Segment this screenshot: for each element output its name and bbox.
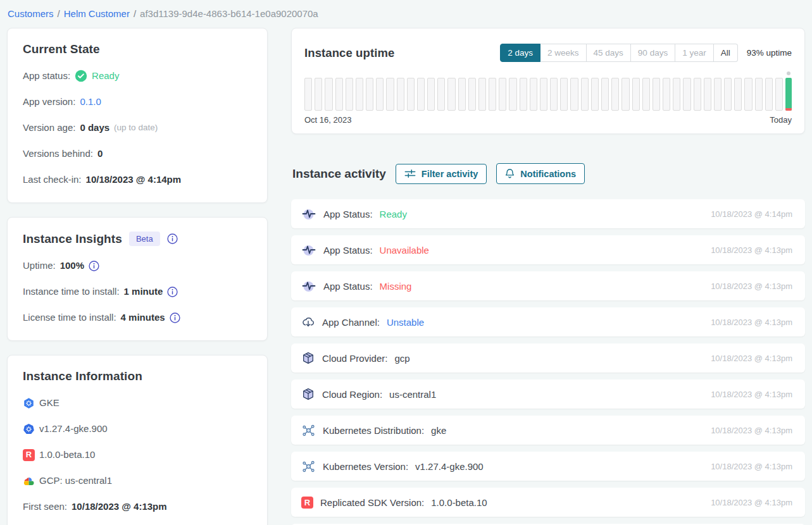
uptime-bar-no-data[interactable] bbox=[478, 78, 486, 111]
sdk-version-row: R 1.0.0-beta.10 bbox=[23, 448, 252, 461]
app-status-pulse-icon bbox=[301, 206, 316, 221]
uptime-bar-no-data[interactable] bbox=[346, 78, 353, 111]
current-state-card: Current State App status: Ready App vers… bbox=[7, 28, 268, 203]
uptime-bar-no-data[interactable] bbox=[458, 78, 466, 111]
filter-activity-button[interactable]: Filter activity bbox=[396, 164, 487, 184]
uptime-bar-no-data[interactable] bbox=[673, 78, 680, 111]
info-icon[interactable] bbox=[170, 312, 180, 323]
uptime-bar-no-data[interactable] bbox=[447, 78, 455, 111]
uptime-chart: Oct 16, 2023 Today bbox=[304, 71, 792, 125]
uptime-bar-no-data[interactable] bbox=[520, 78, 527, 111]
uptime-bar-no-data[interactable] bbox=[734, 78, 742, 111]
uptime-bar-no-data[interactable] bbox=[765, 78, 773, 111]
uptime-bar-no-data[interactable] bbox=[499, 78, 506, 111]
uptime-bar-no-data[interactable] bbox=[550, 78, 558, 111]
uptime-bar-no-data[interactable] bbox=[724, 78, 732, 111]
uptime-bar-no-data[interactable] bbox=[417, 78, 425, 111]
breadcrumb-link-customer[interactable]: Helm Customer bbox=[64, 8, 130, 19]
uptime-bar-no-data[interactable] bbox=[386, 78, 394, 111]
gke-row: GKE bbox=[23, 397, 252, 409]
uptime-bar-current[interactable] bbox=[785, 78, 792, 111]
uptime-bar-no-data[interactable] bbox=[304, 78, 312, 111]
instance-uptime-title: Instance uptime bbox=[304, 46, 394, 60]
uptime-bar-no-data[interactable] bbox=[775, 78, 783, 111]
uptime-bar-no-data[interactable] bbox=[632, 78, 640, 111]
uptime-bar-no-data[interactable] bbox=[335, 78, 343, 111]
uptime-bar-no-data[interactable] bbox=[570, 78, 578, 111]
range-button-45-days[interactable]: 45 days bbox=[587, 44, 631, 62]
chart-end-label: Today bbox=[770, 115, 792, 125]
uptime-bar-no-data[interactable] bbox=[755, 78, 763, 111]
range-button-90-days[interactable]: 90 days bbox=[631, 44, 675, 62]
cluster-distribution-value: GKE bbox=[39, 397, 59, 409]
uptime-bar-no-data[interactable] bbox=[397, 78, 404, 111]
info-icon[interactable] bbox=[167, 233, 178, 244]
replicated-icon: R bbox=[301, 497, 313, 509]
uptime-bar-no-data[interactable] bbox=[356, 78, 363, 111]
last-checkin-value: 10/18/2023 @ 4:14pm bbox=[86, 173, 182, 186]
uptime-bar-no-data[interactable] bbox=[540, 78, 547, 111]
instance-insights-title: Instance Insights bbox=[23, 232, 122, 246]
gke-icon bbox=[23, 397, 35, 409]
uptime-bar-no-data[interactable] bbox=[744, 78, 752, 111]
uptime-bar-no-data[interactable] bbox=[407, 78, 415, 111]
version-age-value: 0 days bbox=[80, 121, 109, 134]
info-icon[interactable] bbox=[167, 287, 178, 297]
uptime-bar-no-data[interactable] bbox=[468, 78, 476, 111]
info-icon[interactable] bbox=[89, 261, 99, 271]
uptime-bars bbox=[304, 78, 792, 111]
uptime-bar-no-data[interactable] bbox=[704, 78, 711, 111]
uptime-bar-no-data[interactable] bbox=[366, 78, 373, 111]
breadcrumb: Customers/Helm Customer/af3d1139-9d4e-48… bbox=[0, 0, 812, 19]
uptime-bar-no-data[interactable] bbox=[437, 78, 445, 111]
first-seen-value: 10/18/2023 @ 4:13pm bbox=[72, 500, 167, 513]
uptime-bar-no-data[interactable] bbox=[714, 78, 721, 111]
notifications-button[interactable]: Notifications bbox=[496, 163, 585, 184]
uptime-bar-no-data[interactable] bbox=[591, 78, 599, 111]
range-button-2-weeks[interactable]: 2 weeks bbox=[540, 44, 587, 62]
version-age-note: (up to date) bbox=[114, 121, 158, 134]
uptime-bar-no-data[interactable] bbox=[653, 78, 660, 111]
right-column: Instance uptime 2 days 2 weeks 45 days 9… bbox=[291, 28, 805, 525]
instance-information-title: Instance Information bbox=[23, 369, 252, 383]
uptime-bar-no-data[interactable] bbox=[663, 78, 670, 111]
uptime-label: Uptime: bbox=[23, 259, 56, 272]
uptime-bar-no-data[interactable] bbox=[509, 78, 516, 111]
uptime-bar-no-data[interactable] bbox=[325, 78, 332, 111]
activity-row: App Status: Ready 10/18/2023 @ 4:14pm bbox=[291, 199, 805, 228]
version-age-row: Version age: 0 days (up to date) bbox=[23, 121, 252, 134]
downtime-strip bbox=[785, 108, 792, 111]
breadcrumb-link-customers[interactable]: Customers bbox=[8, 8, 54, 19]
uptime-bar-no-data[interactable] bbox=[427, 78, 435, 111]
uptime-bar-no-data[interactable] bbox=[642, 78, 650, 111]
package-icon bbox=[301, 387, 315, 401]
network-icon bbox=[301, 423, 316, 438]
app-version-link[interactable]: 0.1.0 bbox=[80, 96, 101, 108]
range-button-1-year[interactable]: 1 year bbox=[675, 44, 714, 62]
uptime-bar-no-data[interactable] bbox=[611, 78, 619, 111]
uptime-bar-no-data[interactable] bbox=[581, 78, 589, 111]
activity-row: Cloud Provider: gcp 10/18/2023 @ 4:13pm bbox=[291, 343, 805, 373]
instance-information-card: Instance Information GKE v1.27.4-gke.900… bbox=[7, 355, 268, 525]
uptime-bar-no-data[interactable] bbox=[683, 78, 690, 111]
uptime-bar-no-data[interactable] bbox=[530, 78, 537, 111]
range-button-2-days[interactable]: 2 days bbox=[500, 44, 540, 62]
range-button-all[interactable]: All bbox=[714, 44, 738, 62]
breadcrumb-separator: / bbox=[134, 8, 136, 19]
license-install-value: 4 minutes bbox=[121, 311, 165, 324]
uptime-bar-no-data[interactable] bbox=[601, 78, 609, 111]
instance-activity-header: Instance activity Filter activity Notifi… bbox=[291, 163, 805, 184]
notifications-label: Notifications bbox=[520, 169, 576, 179]
uptime-bar-no-data[interactable] bbox=[489, 78, 496, 111]
versions-behind-row: Versions behind: 0 bbox=[23, 147, 252, 160]
uptime-bar-no-data[interactable] bbox=[621, 78, 629, 111]
uptime-bar-no-data[interactable] bbox=[560, 78, 568, 111]
app-status-pulse-icon bbox=[301, 278, 316, 293]
activity-row: App Status: Missing 10/18/2023 @ 4:13pm bbox=[291, 271, 805, 300]
uptime-bar-no-data[interactable] bbox=[315, 78, 322, 111]
breadcrumb-instance-id: af3d1139-9d4e-4863-b614-1e0a9020070a bbox=[140, 8, 318, 19]
uptime-row: Uptime: 100% bbox=[23, 259, 252, 272]
uptime-bar-no-data[interactable] bbox=[376, 78, 384, 111]
instance-activity-title: Instance activity bbox=[292, 167, 386, 181]
uptime-bar-no-data[interactable] bbox=[694, 78, 701, 111]
